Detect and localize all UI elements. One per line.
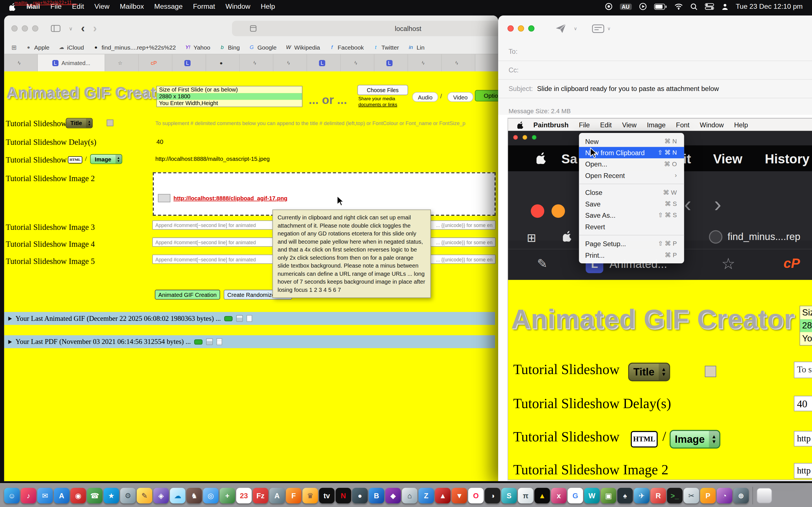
options-button[interactable]: Options [475,90,498,101]
menubar-menu-item[interactable]: Window [220,3,255,10]
dock-app-icon[interactable]: ⌂ [402,488,417,503]
browser-tab[interactable]: ● [206,54,240,71]
dock-app-icon[interactable]: ▼ [452,488,467,503]
control-center-icon[interactable] [705,3,714,10]
title-append-input[interactable]: To supplement # delimited comments below… [155,121,495,126]
bookmark-item[interactable]: fFacebook [329,45,364,51]
back-button[interactable]: ‹ [81,22,85,35]
cc-field[interactable]: Cc: [498,61,812,80]
menubar-menu-item[interactable]: Mailbox [115,3,149,10]
dock-app-icon[interactable]: >_ [667,488,682,503]
dock-app-icon[interactable]: Fz [253,488,268,503]
dock-app-icon[interactable]: A [54,488,69,503]
dock-app-icon[interactable]: ✎ [137,488,152,503]
dock-app-icon[interactable]: 23 [236,488,252,503]
bookmark-item[interactable]: inLin [408,45,424,51]
subject-field[interactable]: Subject:Slide in clipboard ready for you… [498,80,812,98]
dock-app-icon[interactable]: ☎ [87,488,103,503]
dock-app-icon[interactable]: ◑ [485,488,500,503]
record-icon[interactable] [605,3,612,10]
dock-app-icon[interactable]: ⊕ [733,488,749,503]
browser-tab[interactable]: ϟ [341,54,374,71]
dock-app-icon[interactable]: ▲ [535,488,550,503]
bookmark-item[interactable]: ☁iCloud [58,45,84,51]
zoom-button[interactable] [32,25,38,32]
video-button[interactable]: Video [448,92,473,102]
share-media-link[interactable]: documents or links [358,102,397,107]
html-toggle-button[interactable]: HTML [68,156,82,164]
color-swatch[interactable] [107,119,113,126]
dock-app-icon[interactable]: ♠ [617,488,633,503]
dock-app-icon[interactable]: ★ [103,488,119,503]
dock-app-icon[interactable]: ◔ [717,488,732,503]
audio-button[interactable]: Audio [412,92,438,102]
disclosure-triangle-icon[interactable] [8,340,12,344]
battery-icon[interactable] [654,3,667,10]
menubar-menu-item[interactable]: View [89,3,114,10]
delay-input[interactable]: 40 [156,138,163,145]
menubar-menu-item[interactable]: Help [255,3,280,10]
menubar-clock[interactable]: Tue 23 Dec 12:10 pm [735,3,803,10]
dock-app-icon[interactable]: x [551,488,566,503]
dock-app-icon[interactable]: W [584,488,600,503]
clipboard-image-link[interactable]: http://localhost:8888/clipboad_agif-17.p… [173,195,287,201]
browser-tab[interactable]: ϟ [273,54,307,71]
minimize-button[interactable] [22,25,28,32]
bookmark-item[interactable]: Y!Yahoo [185,45,210,51]
animated-gif-creation-button[interactable]: Animated GIF Creation [155,290,220,300]
gif-badge-icon[interactable] [224,316,233,321]
to-field[interactable]: To: [498,43,812,61]
dock-app-icon[interactable]: ♛ [303,488,318,503]
bookmark-item[interactable]: tTwitter [373,45,399,51]
dock-app-icon[interactable]: ● [352,488,368,503]
browser-tab[interactable]: L [172,54,206,71]
pdf-badge-icon[interactable] [194,339,202,344]
dock-app-icon[interactable]: ✉ [37,488,53,503]
bookmark-item[interactable]: WWikipedia [285,45,320,51]
menubar-menu-item[interactable]: Message [149,3,188,10]
address-bar[interactable]: localhost [232,20,498,36]
dock-app-icon[interactable]: ☺ [4,488,20,503]
user-icon[interactable] [721,3,728,10]
grid-icon[interactable]: ⊞ [11,44,16,51]
dock-app-icon[interactable]: G [567,488,583,503]
forward-button[interactable]: › [93,22,97,35]
bookmark-item[interactable]: GGoogle [249,45,276,51]
title-select[interactable]: Title ▲▼ [66,118,93,128]
minimize-button[interactable] [518,25,524,32]
last-pdf-bar[interactable]: Your Last PDF (November 03 2021 06:14:56… [4,335,495,348]
bookmark-item[interactable]: ●Apple [26,45,49,51]
play-icon[interactable] [639,3,647,10]
browser-tab[interactable]: LAnimated... [38,54,105,71]
wifi-icon[interactable] [674,3,683,10]
disclosure-triangle-icon[interactable] [8,316,12,321]
close-button[interactable] [11,25,17,32]
send-button[interactable] [555,23,566,34]
dock-app-icon[interactable]: ⚙ [120,488,136,503]
dock-app-icon[interactable]: ✂ [683,488,699,503]
dock-app-icon[interactable]: π [518,488,534,503]
dock-app-icon[interactable]: Z [418,488,434,503]
image-select[interactable]: Image ▲▼ [90,154,122,164]
dock-app-icon[interactable]: ◈ [153,488,169,503]
dock-app-icon[interactable]: tv [319,488,335,503]
dock-app-icon[interactable]: ♞ [186,488,202,503]
message-body[interactable]: PaintbrushFileEditViewImageFontWindowHel… [498,115,812,481]
attachment-doc-icon[interactable] [247,315,252,322]
dock-app-icon[interactable]: O [468,488,484,503]
header-fields-button[interactable] [592,24,604,33]
last-gif-bar[interactable]: Your Last Animated GIF (December 22 2025… [4,312,495,325]
dock-app-icon[interactable]: ◆ [386,488,401,503]
dock-app-icon[interactable]: ◎ [203,488,218,503]
preview-thumb-icon[interactable] [236,315,243,322]
preview-thumb-icon[interactable] [206,338,213,345]
dock-app-icon[interactable]: F [286,488,301,503]
browser-tab[interactable]: cP [139,54,172,71]
menubar-menu-item[interactable]: Format [188,3,220,10]
attachment-doc-icon[interactable] [216,338,222,345]
browser-tab[interactable]: ϟ [442,54,475,71]
slide2-dropzone[interactable]: http://localhost:8888/clipboad_agif-17.p… [153,172,496,216]
sidebar-icon[interactable] [51,25,61,32]
browser-tab[interactable]: L [374,54,408,71]
browser-tab[interactable]: ϟ [240,54,273,71]
